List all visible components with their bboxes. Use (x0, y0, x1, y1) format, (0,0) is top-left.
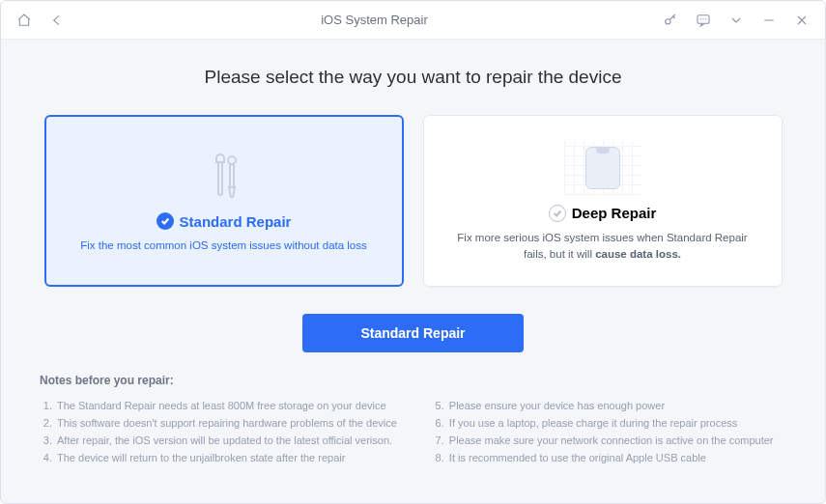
back-button[interactable] (43, 7, 71, 34)
note-item: Please ensure your device has enough pow… (447, 397, 774, 414)
tools-icon (203, 147, 245, 203)
svg-point-3 (228, 156, 236, 164)
checkmark-icon (549, 205, 566, 222)
close-button[interactable] (788, 7, 815, 34)
deep-repair-title: Deep Repair (572, 205, 657, 221)
home-button[interactable] (11, 7, 38, 34)
deep-repair-card[interactable]: Deep Repair Fix more serious iOS system … (423, 115, 783, 287)
feedback-icon[interactable] (690, 7, 717, 34)
svg-rect-2 (218, 162, 222, 195)
app-window: iOS System Repair Please select the way … (0, 0, 826, 504)
checkmark-icon (157, 212, 174, 230)
phone-icon (564, 139, 641, 195)
menu-chevron-icon[interactable] (723, 7, 750, 34)
svg-rect-4 (230, 164, 234, 187)
svg-point-0 (666, 18, 670, 23)
standard-repair-desc: Fix the most common iOS system issues wi… (80, 238, 367, 254)
main-content: Please select the way you want to repair… (1, 40, 825, 503)
repair-options: Standard Repair Fix the most common iOS … (40, 115, 786, 287)
note-item: If you use a laptop, please charge it du… (447, 414, 774, 432)
standard-repair-button[interactable]: Standard Repair (302, 314, 523, 352)
key-icon[interactable] (657, 7, 684, 34)
note-item: It is recommended to use the original Ap… (447, 449, 774, 466)
note-item: Please make sure your network connection… (447, 432, 774, 449)
notes-heading: Notes before you repair: (40, 374, 786, 387)
minimize-button[interactable] (755, 7, 783, 34)
page-heading: Please select the way you want to repair… (40, 67, 786, 88)
note-item: This software doesn't support repairing … (55, 414, 397, 432)
standard-repair-title: Standard Repair (180, 213, 292, 230)
deep-repair-desc: Fix more serious iOS system issues when … (445, 230, 760, 264)
notes-list: The Standard Repair needs at least 800M … (40, 397, 786, 467)
standard-repair-card[interactable]: Standard Repair Fix the most common iOS … (44, 115, 404, 287)
note-item: The Standard Repair needs at least 800M … (55, 397, 397, 414)
titlebar: iOS System Repair (1, 1, 825, 40)
window-title: iOS System Repair (107, 13, 641, 27)
note-item: After repair, the iOS version will be up… (55, 432, 397, 449)
note-item: The device will return to the unjailbrok… (55, 449, 397, 466)
